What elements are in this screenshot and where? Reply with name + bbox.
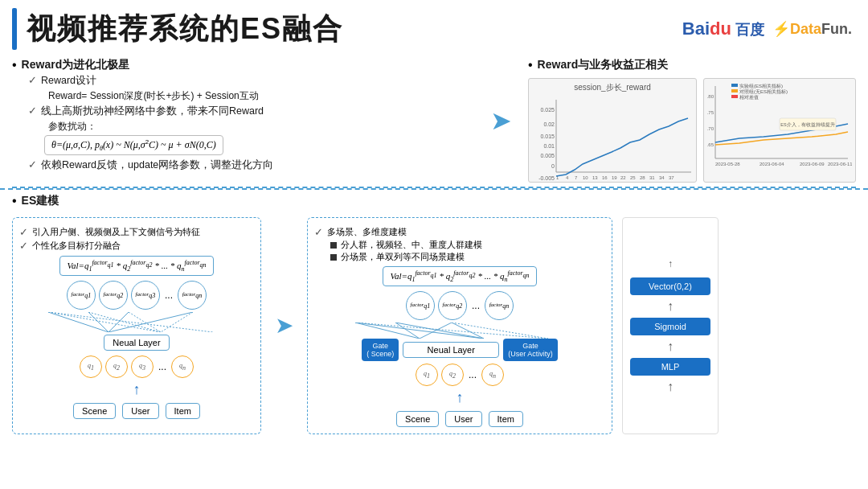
chart1-title: session_步长_reward <box>532 82 693 93</box>
svg-rect-24 <box>731 84 738 87</box>
svg-text:0.005: 0.005 <box>540 153 555 158</box>
gate-scene: Gate( Scene) <box>362 339 399 361</box>
svg-text:34: 34 <box>659 175 665 180</box>
svg-text:2023-06-09: 2023-06-09 <box>800 162 825 166</box>
svg-text:2023-06-04: 2023-06-04 <box>760 162 784 166</box>
q2-node: q2 <box>105 355 128 378</box>
title-accent <box>12 8 17 50</box>
svg-text:实验组(ES相关指标): 实验组(ES相关指标) <box>739 83 783 88</box>
gate-layer-row: Gate( Scene) Neual Layer Gate(User Activ… <box>362 339 558 361</box>
top-left-panel: • Reward为进化北极星 ✓ Reward设计 Reward= Sessio… <box>12 58 474 183</box>
qn-node: qn <box>171 355 194 378</box>
arch-mlp: MLP <box>630 358 710 376</box>
svg-text:25: 25 <box>630 175 636 180</box>
title-bar: 视频推荐系统的ES融合 <box>12 8 343 50</box>
check-fusion: ✓ 个性化多目标打分融合 <box>19 240 254 252</box>
check-reward-design: ✓ Reward设计 <box>28 74 474 88</box>
top-arrow: ➤ <box>486 58 516 183</box>
svg-text:16: 16 <box>602 175 608 180</box>
input-boxes-right: Scene User Item <box>396 411 523 427</box>
arch-box: ↑ Vector(0,2) ↑ Sigmoid ↑ MLP ↑ <box>622 217 719 434</box>
q1-node-r: q1 <box>416 364 438 386</box>
item-box-right: Item <box>489 411 523 427</box>
svg-text:ES介入，有收益持续提升: ES介入，有收益持续提升 <box>780 122 834 127</box>
reward-bullet: • Reward为进化北极星 <box>12 58 474 72</box>
left-model-box: ✓ 引入用户侧、视频侧及上下文侧信号为特征 ✓ 个性化多目标打分融合 Val=q… <box>12 217 261 434</box>
svg-line-44 <box>48 312 161 332</box>
svg-text:0.01: 0.01 <box>543 143 555 149</box>
arch-vector: Vector(0,2) <box>630 277 710 295</box>
up-arrow-left: ↑ <box>133 381 141 398</box>
factor-q1-r: factorq1 <box>406 291 435 320</box>
input-boxes-left: Scene User Item <box>73 403 200 419</box>
svg-text:31: 31 <box>649 175 655 180</box>
svg-text:3.80: 3.80 <box>707 94 714 99</box>
svg-text:-0.005: -0.005 <box>538 175 555 181</box>
baidu-logo: Baidu 百度 <box>682 18 764 39</box>
reward-sub-items: ✓ Reward设计 Reward= Session深度(时长+步长) + Se… <box>28 74 474 172</box>
user-box-right: User <box>445 411 481 427</box>
right-model-box: ✓ 多场景、多维度建模 分人群，视频轻、中、重度人群建模 分场景，单双列等不同场… <box>307 217 612 434</box>
up-arrow-right: ↑ <box>457 389 464 406</box>
arch-arrow-1: ↑ <box>667 300 674 313</box>
chart2-svg: 实验组(ES相关指标) 对照组(无ES相关指标) 相对差值 3.80 3.75 … <box>707 82 852 179</box>
chart1: session_步长_reward 0.025 0.02 0.015 0.01 … <box>528 78 697 183</box>
es-bullet: • ES建模 <box>12 194 856 213</box>
square-bullet-2 <box>330 254 337 261</box>
svg-text:2023-05-28: 2023-05-28 <box>715 162 740 166</box>
svg-line-48 <box>48 312 213 332</box>
factor-nodes-left: factorq1 factorq2 factorq3 ... factorqn <box>67 281 207 310</box>
svg-text:3.65: 3.65 <box>707 142 714 147</box>
svg-text:37: 37 <box>669 175 674 180</box>
charts-wrap: session_步长_reward 0.025 0.02 0.015 0.01 … <box>528 78 856 183</box>
factor-q1: factorq1 <box>67 281 96 310</box>
svg-text:0.02: 0.02 <box>543 121 555 127</box>
chart2: 实验组(ES相关指标) 对照组(无ES相关指标) 相对差值 3.80 3.75 … <box>703 78 856 183</box>
gate-user-activity: Gate(User Activity) <box>503 339 558 361</box>
scene-box-right: Scene <box>396 411 439 427</box>
arch-arrow-up: ↑ <box>668 258 673 269</box>
svg-rect-28 <box>731 95 738 98</box>
param-disturb-label: 参数扰动： <box>48 120 474 134</box>
arch-arrow-3: ↑ <box>667 380 674 393</box>
scene-box-left: Scene <box>73 403 116 419</box>
user-box-left: User <box>122 403 158 419</box>
val-formula-left: Val=q1factorq1 * q2factorq2 * ... * qnfa… <box>59 256 213 276</box>
svg-line-47 <box>161 312 193 332</box>
svg-line-42 <box>108 312 129 332</box>
nn-lines-right <box>323 323 596 339</box>
svg-text:22: 22 <box>620 175 626 180</box>
check-gaussian: ✓ 线上高斯扰动神经网络中参数，带来不同Reward <box>28 105 474 118</box>
factor-q3: factorq3 <box>131 281 160 310</box>
svg-text:3.70: 3.70 <box>707 126 714 131</box>
factor-nodes-right: factorq1 factorq2 ... factorqn <box>406 291 514 320</box>
nn-left: Val=q1factorq1 * q2factorq2 * ... * qnfa… <box>19 253 254 419</box>
svg-line-51 <box>420 323 452 339</box>
header: 视频推荐系统的ES融合 Baidu 百度 ⚡DataFun. <box>0 0 868 54</box>
svg-text:0.025: 0.025 <box>540 107 555 113</box>
q3-node: q3 <box>131 355 154 378</box>
q-nodes-right: q1 q2 ... qn <box>416 364 504 386</box>
svg-text:对照组(无ES相关指标): 对照组(无ES相关指标) <box>739 88 788 94</box>
factor-q2: factorq2 <box>99 281 128 310</box>
page-title: 视频推荐系统的ES融合 <box>27 10 343 49</box>
check-reward-update: ✓ 依赖Reward反馈，update网络参数，调整进化方向 <box>28 158 474 172</box>
svg-text:19: 19 <box>612 175 617 180</box>
val-formula-right: Val=q1factorq1 * q2factorq2 * ... * qnfa… <box>383 266 536 286</box>
datafun-logo: ⚡DataFun. <box>772 20 852 38</box>
check-multi: ✓ 多场景、多维度建模 <box>314 226 605 238</box>
q-nodes-left: q1 q2 q3 ... qn <box>80 355 194 378</box>
svg-text:7: 7 <box>575 175 578 180</box>
nn-right: Val=q1factorq1 * q2factorq2 * ... * qnfa… <box>314 264 605 427</box>
svg-rect-26 <box>731 89 738 92</box>
svg-text:4: 4 <box>566 175 569 180</box>
svg-text:0: 0 <box>551 163 555 169</box>
bottom-section: • ES建模 ✓ 引入用户侧、视频侧及上下文侧信号为特征 ✓ 个性化多目标打分融… <box>0 188 868 438</box>
logos-area: Baidu 百度 ⚡DataFun. <box>682 18 852 39</box>
chart1-svg: 0.025 0.02 0.015 0.01 0.005 0 -0.005 1 4… <box>532 96 693 183</box>
reward-correlation-bullet: • Reward与业务收益正相关 <box>528 58 856 72</box>
right-checks: ✓ 多场景、多维度建模 分人群，视频轻、中、重度人群建模 分场景，单双列等不同场… <box>314 226 605 263</box>
svg-line-55 <box>355 323 548 339</box>
neual-layer-left: Neual Layer <box>104 335 169 351</box>
svg-text:3.75: 3.75 <box>707 110 714 115</box>
